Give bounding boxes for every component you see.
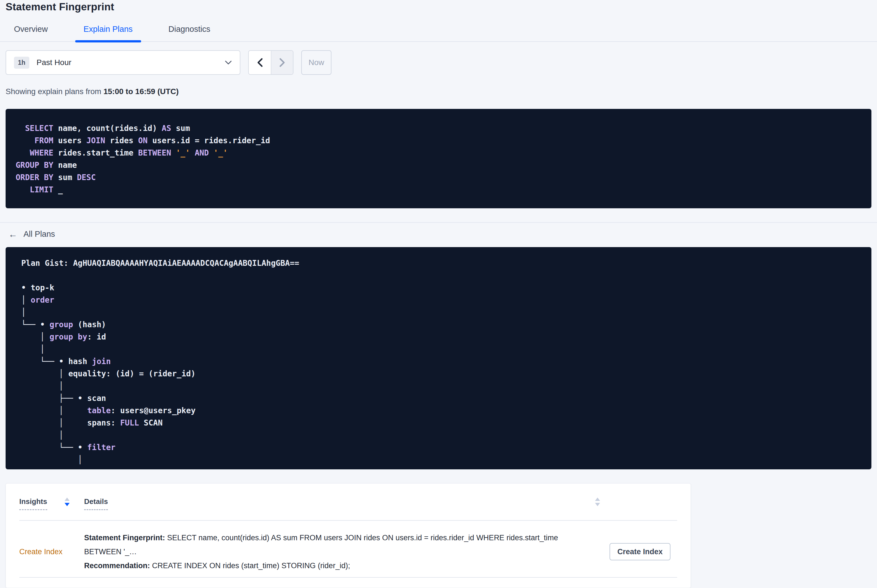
time-range-value: 15:00 to 16:59 (UTC) <box>104 87 179 96</box>
chevron-left-icon <box>257 58 263 67</box>
page-title: Statement Fingerprint <box>6 1 877 13</box>
chevron-right-icon <box>279 58 285 67</box>
sql-statement-code: SELECT name, count(rides.id) AS sum FROM… <box>16 122 861 196</box>
insight-type-cell: Create Index <box>19 548 84 556</box>
left-arrow-icon: ← <box>8 230 17 239</box>
sort-icon-insights[interactable] <box>65 498 69 506</box>
column-header-details[interactable]: Details <box>84 497 602 510</box>
create-index-link[interactable]: Create Index <box>19 548 63 556</box>
chevron-down-icon <box>225 60 232 65</box>
next-time-button[interactable] <box>271 51 293 74</box>
now-button[interactable]: Now <box>301 50 331 75</box>
card-bottom-padding <box>6 578 690 588</box>
all-plans-link[interactable]: ← All Plans <box>8 230 55 239</box>
insight-table-row: Create Index Statement Fingerprint: SELE… <box>6 521 690 577</box>
insight-details-cell: Statement Fingerprint: SELECT name, coun… <box>84 531 602 573</box>
section-divider <box>0 222 877 223</box>
tab-bar: Overview Explain Plans Diagnostics <box>0 25 877 42</box>
insights-table-header: Insights Details <box>6 484 690 510</box>
prev-time-button[interactable] <box>249 51 271 74</box>
sort-up-icon <box>65 498 69 501</box>
all-plans-label: All Plans <box>24 230 55 239</box>
statement-fingerprint-page: Statement Fingerprint Overview Explain P… <box>0 0 877 588</box>
time-interval-select[interactable]: 1h Past Hour <box>6 50 240 75</box>
tab-overview[interactable]: Overview <box>6 25 56 41</box>
sort-icon-details[interactable] <box>595 498 600 506</box>
statement-fingerprint-detail: Statement Fingerprint: SELECT name, coun… <box>84 531 591 559</box>
plan-gist-value: AgHUAQIABQAAAAHYAQIAiAEAAAADCQACAgAABQIL… <box>73 258 299 268</box>
spacer <box>16 269 861 282</box>
insight-action-cell: Create Index <box>602 543 677 560</box>
plan-tree: • top-k│ order│└── • group (hash) │ grou… <box>16 282 861 466</box>
tab-diagnostics[interactable]: Diagnostics <box>160 25 219 41</box>
sort-down-icon <box>65 503 69 506</box>
sql-statement-block: SELECT name, count(rides.id) AS sum FROM… <box>6 109 871 208</box>
plan-gist-block: Plan Gist: AgHUAQIABQAAAAHYAQIAiAEAAAADC… <box>6 247 871 470</box>
plan-gist-line: Plan Gist: AgHUAQIABQAAAAHYAQIAiAEAAAADC… <box>16 257 861 269</box>
insights-card: Insights Details Create Index S <box>6 483 691 588</box>
recommendation-detail: Recommendation: CREATE INDEX ON rides (s… <box>84 559 591 573</box>
time-toolbar: 1h Past Hour Now <box>6 50 871 75</box>
time-pager <box>248 50 293 75</box>
create-index-button[interactable]: Create Index <box>609 543 671 560</box>
interval-label: Past Hour <box>37 58 72 67</box>
tab-explain-plans[interactable]: Explain Plans <box>75 25 141 41</box>
sort-up-icon <box>595 498 600 501</box>
sort-down-icon <box>595 503 600 506</box>
interval-badge: 1h <box>14 57 29 69</box>
showing-plans-text: Showing explain plans from 15:00 to 16:5… <box>6 87 877 96</box>
details-column-label: Details <box>84 497 108 510</box>
insights-column-label: Insights <box>19 497 47 510</box>
column-header-insights[interactable]: Insights <box>19 497 84 510</box>
